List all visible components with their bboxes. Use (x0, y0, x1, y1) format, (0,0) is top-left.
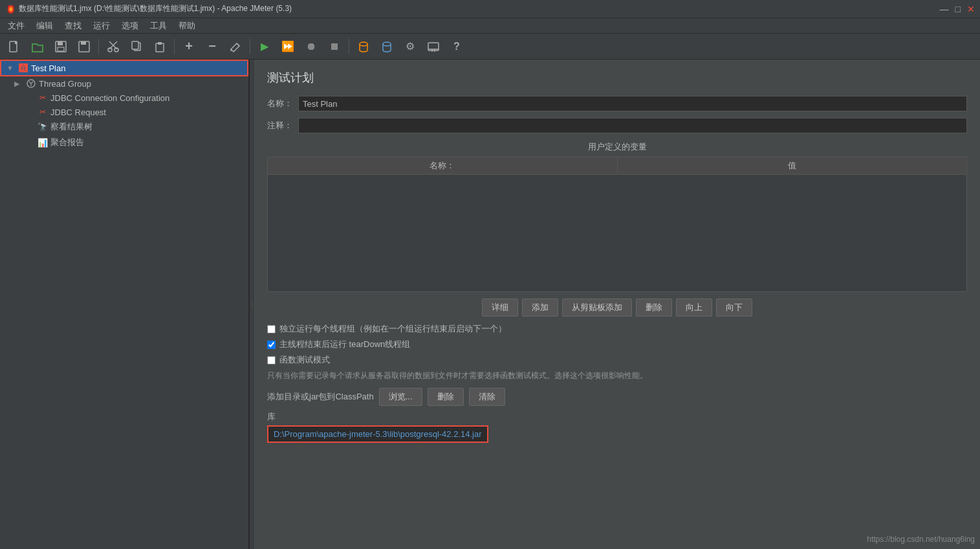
jdbc-connection-icon: ✂ (38, 93, 48, 103)
name-label: 名称： (267, 98, 293, 109)
checkbox-row-1: 独立运行每个线程组（例如在一个组运行结束后启动下一个） (267, 323, 967, 335)
add-from-clipboard-button[interactable]: 从剪贴板添加 (562, 298, 632, 317)
sidebar-item-label-aggregate: 聚合报告 (50, 137, 84, 148)
window-controls[interactable]: — □ ✕ (940, 4, 975, 14)
user-vars-table: 名称： 值 (267, 157, 967, 292)
sidebar-item-label-jdbc-connection: JDBC Connection Configuration (50, 93, 169, 103)
expand-icon-tg: ▶ (14, 80, 23, 88)
toolbar-sep-1 (98, 39, 99, 54)
svg-line-15 (237, 43, 239, 46)
svg-point-18 (383, 42, 391, 46)
menu-options[interactable]: 选项 (116, 19, 144, 33)
menu-help[interactable]: 帮助 (173, 19, 201, 33)
run-button[interactable]: ▶ (254, 37, 275, 56)
help-button[interactable]: ? (446, 37, 467, 56)
minimize-btn[interactable]: — (940, 4, 949, 14)
delete-button[interactable]: 删除 (636, 298, 672, 317)
remove-node-button[interactable]: − (202, 37, 223, 56)
functional-mode-checkbox[interactable] (267, 356, 276, 364)
independent-groups-label: 独立运行每个线程组（例如在一个组运行结束后启动下一个） (279, 323, 506, 335)
classpath-section: 添加目录或jar包到ClassPath 浏览... 删除 清除 (267, 388, 967, 406)
save-as-button[interactable] (74, 37, 94, 56)
toolbar-sep-2 (174, 39, 175, 54)
page-title: 测试计划 (267, 70, 967, 85)
resize-handle[interactable]: ⋮ (249, 60, 254, 549)
library-label: 库 (267, 411, 967, 423)
svg-rect-3 (58, 41, 63, 45)
browse-button[interactable]: 浏览... (379, 388, 422, 406)
svg-rect-14 (158, 42, 162, 45)
toolbar-sep-3 (250, 39, 250, 54)
teardown-checkbox[interactable] (267, 341, 276, 349)
maximize-btn[interactable]: □ (955, 4, 961, 14)
functional-mode-label: 函数测试模式 (279, 354, 330, 366)
comment-label: 注释： (267, 120, 293, 131)
sidebar-item-aggregate[interactable]: 📊 聚合报告 (0, 135, 248, 150)
col-name: 名称： (268, 157, 618, 174)
sidebar-item-view-results[interactable]: 🔭 察看结果树 (0, 119, 248, 135)
col-value: 值 (618, 157, 967, 174)
cut-button[interactable] (103, 37, 124, 56)
sidebar-item-thread-group[interactable]: ▶ Thread Group (0, 76, 248, 91)
teardown-label: 主线程结束后运行 tearDown线程组 (279, 339, 410, 350)
aggregate-icon: 📊 (38, 137, 48, 148)
menu-tools[interactable]: 工具 (145, 19, 172, 33)
add-button[interactable]: 添加 (522, 298, 558, 317)
comment-input[interactable] (298, 118, 967, 133)
clear-button[interactable]: 清除 (469, 388, 505, 406)
sidebar-item-jdbc-request[interactable]: ✂ JDBC Request (0, 105, 248, 119)
thread-group-icon (26, 78, 36, 89)
sidebar: ▼ 🅰 Test Plan ▶ Thread Group ✂ JDBC Conn… (0, 60, 249, 549)
view-results-icon: 🔭 (38, 122, 48, 132)
remote-button[interactable] (423, 37, 444, 56)
classpath-label: 添加目录或jar包到ClassPath (267, 391, 374, 403)
menu-find[interactable]: 查找 (60, 19, 87, 33)
save-button[interactable] (50, 37, 71, 56)
jar2-button[interactable] (376, 37, 397, 56)
watermark: https://blog.csdn.net/huang6ing (867, 535, 975, 544)
sidebar-item-label-view-results: 察看结果树 (50, 121, 93, 133)
stop-button[interactable]: ⏺ (301, 37, 321, 56)
main-layout: ▼ 🅰 Test Plan ▶ Thread Group ✂ JDBC Conn… (0, 60, 980, 549)
shutdown-button[interactable]: ⏹ (324, 37, 345, 56)
menu-run[interactable]: 运行 (88, 19, 115, 33)
close-btn[interactable]: ✕ (967, 4, 975, 14)
expand-icon: ▼ (6, 64, 16, 72)
checkbox-row-2: 主线程结束后运行 tearDown线程组 (267, 339, 967, 350)
run-no-pause-button[interactable]: ⏩ (278, 37, 298, 56)
sidebar-item-label-test-plan: Test Plan (31, 63, 65, 73)
note-text: 只有当你需要记录每个请求从服务器取得的数据到文件时才需要选择函数测试模式。选择这… (267, 370, 967, 381)
detail-button[interactable]: 详细 (482, 298, 518, 317)
test-plan-icon: 🅰 (18, 63, 28, 73)
table-body (268, 175, 966, 291)
library-path[interactable]: D:\Program\apache-jmeter-5.3\lib\postgre… (267, 425, 488, 443)
open-button[interactable] (27, 37, 48, 56)
sidebar-item-label-thread-group: Thread Group (39, 79, 91, 89)
move-down-button[interactable]: 向下 (716, 298, 752, 317)
add-node-button[interactable]: + (179, 37, 199, 56)
name-input[interactable] (298, 96, 967, 111)
new-button[interactable] (4, 37, 25, 56)
menu-bar: 文件 编辑 查找 运行 选项 工具 帮助 (0, 18, 980, 34)
jdbc-request-icon: ✂ (38, 107, 48, 117)
content-area: 测试计划 名称： 注释： 用户定义的变量 名称： 值 详细 添加 从剪贴板添加 … (254, 60, 980, 549)
comment-row: 注释： (267, 118, 967, 133)
menu-edit[interactable]: 编辑 (31, 19, 58, 33)
delete-classpath-button[interactable]: 删除 (428, 388, 464, 406)
name-row: 名称： (267, 96, 967, 111)
tools-button[interactable]: ⚙ (400, 37, 420, 56)
sidebar-item-jdbc-connection[interactable]: ✂ JDBC Connection Configuration (0, 91, 248, 105)
menu-file[interactable]: 文件 (3, 19, 30, 33)
svg-rect-6 (81, 41, 86, 45)
svg-rect-4 (58, 47, 64, 51)
sidebar-item-test-plan[interactable]: ▼ 🅰 Test Plan (0, 60, 248, 76)
library-section: 库 D:\Program\apache-jmeter-5.3\lib\postg… (267, 411, 967, 443)
toolbar: + − ▶ ⏩ ⏺ ⏹ ⚙ ? (0, 34, 980, 60)
jar-button[interactable] (353, 37, 374, 56)
move-up-button[interactable]: 向上 (676, 298, 712, 317)
paste-button[interactable] (149, 37, 170, 56)
action-buttons: 详细 添加 从剪贴板添加 删除 向上 向下 (267, 298, 967, 317)
independent-groups-checkbox[interactable] (267, 325, 276, 333)
copy-button[interactable] (126, 37, 147, 56)
edit-button[interactable] (225, 37, 246, 56)
